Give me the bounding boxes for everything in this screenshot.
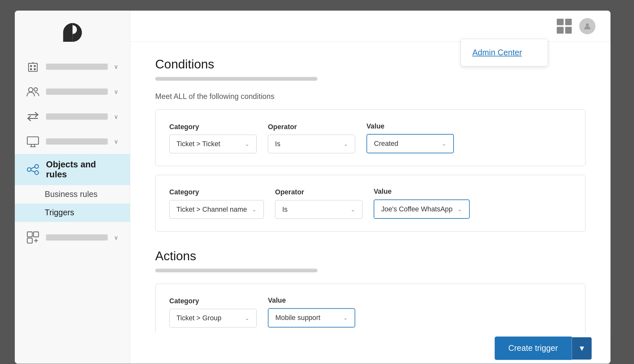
objects-rules-label: Objects and rules <box>46 160 119 180</box>
nav-label-bar <box>46 88 108 94</box>
grid-cell <box>565 27 572 33</box>
svg-point-16 <box>35 171 39 175</box>
value-label-2: Value <box>373 188 470 196</box>
operator-select-2[interactable]: Is ⌄ <box>275 200 363 219</box>
header: Admin Center <box>130 11 610 42</box>
condition-card-2: Category Ticket > Channel name ⌄ Operato… <box>155 175 585 232</box>
nav-chevron-icon: ∨ <box>114 234 119 241</box>
action-category-label-1: Category <box>169 297 257 305</box>
svg-line-18 <box>31 171 35 172</box>
main-content: Admin Center Conditions Meet ALL of the … <box>130 11 610 364</box>
nav-label-bar <box>46 113 108 120</box>
action-value-field-group-1: Value Mobile support ⌄ <box>268 296 355 327</box>
action-category-field-group-1: Category Ticket > Group ⌄ <box>169 297 257 327</box>
category-select-2[interactable]: Ticket > Channel name ⌄ <box>169 200 264 219</box>
category-field-group-2: Category Ticket > Channel name ⌄ <box>169 188 264 219</box>
conditions-section: Conditions Meet ALL of the following con… <box>155 57 585 231</box>
svg-line-17 <box>31 167 35 169</box>
value-select-1[interactable]: Created ⌄ <box>366 134 454 153</box>
select-chevron-icon: ⌄ <box>457 206 462 212</box>
admin-center-dropdown: Admin Center <box>461 39 548 66</box>
select-chevron-icon: ⌄ <box>252 206 257 213</box>
category-field-group-1: Category Ticket > Ticket ⌄ <box>169 123 257 153</box>
svg-point-7 <box>34 88 37 91</box>
category-label-1: Category <box>169 123 257 131</box>
grid-cell <box>557 19 564 25</box>
apps-grid-icon[interactable] <box>557 19 572 34</box>
admin-center-link[interactable]: Admin Center <box>461 39 548 66</box>
select-chevron-icon: ⌄ <box>343 140 348 147</box>
select-chevron-icon: ⌄ <box>244 140 249 147</box>
grid-cell <box>557 27 564 33</box>
zendesk-logo-icon <box>60 20 85 45</box>
value-select-2[interactable]: Joe's Coffee WhatsApp ⌄ <box>373 200 470 219</box>
conditions-bar <box>155 77 317 81</box>
sidebar-item-objects-rules[interactable]: Objects and rules <box>15 154 130 185</box>
nav-label-bar <box>46 234 108 240</box>
monitor-icon <box>26 135 40 148</box>
svg-point-15 <box>35 164 39 168</box>
svg-rect-21 <box>27 238 32 243</box>
sidebar-item-organization[interactable]: ∨ <box>15 54 130 79</box>
actions-section: Actions Category Ticket > Group ⌄ <box>155 249 585 333</box>
svg-rect-3 <box>30 68 32 70</box>
svg-rect-20 <box>33 232 39 237</box>
conditions-subtitle: Meet ALL of the following conditions <box>155 92 585 101</box>
arrows-icon <box>26 110 40 123</box>
user-icon <box>583 22 592 30</box>
operator-field-group-2: Operator Is ⌄ <box>275 188 363 219</box>
action-value-label-1: Value <box>268 296 355 304</box>
select-chevron-icon: ⌄ <box>350 206 355 213</box>
sidebar-item-apps[interactable]: ∨ <box>15 225 130 250</box>
svg-rect-19 <box>27 232 32 237</box>
nav-chevron-icon: ∨ <box>114 88 119 95</box>
building-icon <box>26 60 40 74</box>
value-field-group-1: Value Created ⌄ <box>366 122 454 153</box>
svg-rect-4 <box>34 68 36 70</box>
action-row-1: Category Ticket > Group ⌄ Value Mobile s… <box>169 296 572 327</box>
condition-card-1: Category Ticket > Ticket ⌄ Operator Is ⌄ <box>155 109 585 166</box>
sub-nav-triggers[interactable]: Triggers <box>15 203 130 222</box>
operator-label-1: Operator <box>268 123 355 131</box>
condition-row-1: Category Ticket > Ticket ⌄ Operator Is ⌄ <box>169 122 572 153</box>
select-chevron-icon: ⌄ <box>442 140 446 147</box>
action-card-1: Category Ticket > Group ⌄ Value Mobile s… <box>155 284 585 333</box>
svg-point-6 <box>28 88 33 92</box>
category-select-1[interactable]: Ticket > Ticket ⌄ <box>169 135 257 153</box>
action-category-select-1[interactable]: Ticket > Group ⌄ <box>169 309 257 327</box>
sidebar-navigation: ∨ ∨ <box>15 51 130 253</box>
sidebar-logo <box>15 11 130 51</box>
sub-nav-business-rules[interactable]: Business rules <box>15 185 130 203</box>
sidebar-item-people[interactable]: ∨ <box>15 79 130 104</box>
select-chevron-icon: ⌄ <box>244 315 249 322</box>
svg-rect-1 <box>30 65 32 67</box>
value-label-1: Value <box>366 122 454 130</box>
svg-point-14 <box>27 168 31 172</box>
nav-chevron-icon: ∨ <box>114 113 119 120</box>
create-trigger-button[interactable]: Create trigger <box>494 337 572 360</box>
sidebar-item-workspace[interactable]: ∨ <box>15 129 130 154</box>
app-frame: ∨ ∨ <box>15 11 611 364</box>
apps-plus-icon <box>26 231 40 244</box>
value-field-group-2: Value Joe's Coffee WhatsApp ⌄ <box>373 188 470 219</box>
nav-label-bar <box>46 64 108 70</box>
actions-bar <box>155 269 317 272</box>
create-trigger-arrow-button[interactable]: ▼ <box>572 337 592 360</box>
category-label-2: Category <box>169 188 264 196</box>
sidebar-item-channels[interactable]: ∨ <box>15 104 130 129</box>
svg-rect-2 <box>34 65 36 67</box>
condition-row-2: Category Ticket > Channel name ⌄ Operato… <box>169 188 572 219</box>
user-avatar[interactable] <box>579 18 595 34</box>
operator-select-1[interactable]: Is ⌄ <box>268 135 355 153</box>
action-value-select-1[interactable]: Mobile support ⌄ <box>268 308 355 327</box>
actions-title: Actions <box>155 249 585 263</box>
people-icon <box>26 85 40 99</box>
svg-rect-10 <box>27 137 38 144</box>
bottom-bar: Create trigger ▼ <box>130 333 610 364</box>
grid-cell <box>565 19 572 25</box>
svg-point-24 <box>586 23 589 26</box>
select-chevron-icon: ⌄ <box>343 315 348 321</box>
objects-rules-icon <box>26 163 40 176</box>
page-body: Conditions Meet ALL of the following con… <box>130 42 610 333</box>
nav-chevron-icon: ∨ <box>114 138 119 145</box>
